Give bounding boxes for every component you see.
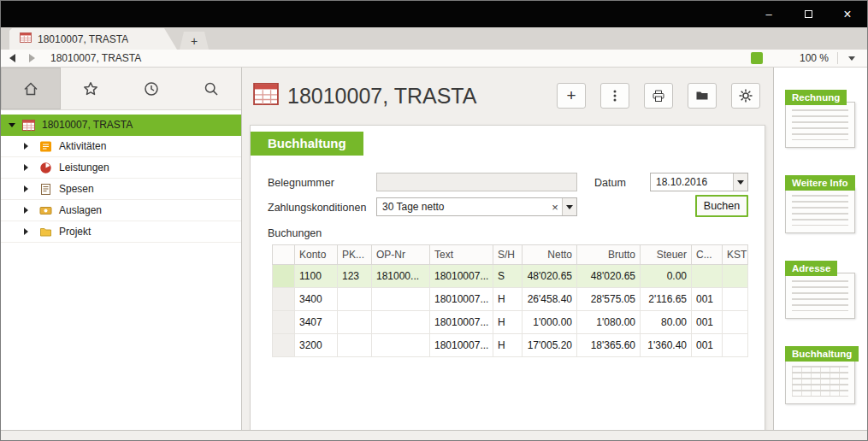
maximize-button[interactable] [788, 1, 828, 27]
table-cell[interactable]: 0.00 [641, 265, 692, 288]
clear-icon[interactable]: × [548, 201, 562, 214]
column-header-text[interactable]: Text [430, 245, 493, 265]
table-cell[interactable] [692, 265, 723, 288]
caret-right-icon[interactable] [24, 143, 28, 150]
zahlungskonditionen-select[interactable]: 30 Tage netto × [376, 197, 577, 216]
column-header-sh[interactable]: S/H [493, 245, 523, 265]
history-button[interactable] [121, 68, 181, 109]
column-header-netto[interactable]: Netto [523, 245, 577, 265]
table-cell[interactable] [372, 311, 430, 334]
chevron-down-icon[interactable] [848, 56, 855, 61]
table-cell[interactable]: 1100 [295, 265, 338, 288]
preview-item-rechnung[interactable]: Rechnung [785, 89, 864, 148]
back-icon[interactable] [9, 54, 15, 62]
table-cell[interactable] [338, 311, 372, 334]
search-button[interactable] [181, 68, 241, 109]
column-header-opnr[interactable]: OP-Nr [372, 245, 430, 265]
print-button[interactable] [644, 83, 673, 109]
table-cell[interactable] [723, 288, 748, 311]
column-header-pk[interactable]: PK... [338, 245, 372, 265]
table-cell[interactable] [723, 265, 748, 288]
table-cell[interactable]: 001 [692, 288, 723, 311]
table-row[interactable]: 3200 18010007... H 17'005.20 18'365.60 1… [273, 334, 748, 357]
table-row[interactable]: 3407 18010007... H 1'000.00 1'080.00 80.… [273, 311, 748, 334]
tree-item-aktivitaeten[interactable]: Aktivitäten [1, 136, 241, 157]
forward-icon[interactable] [29, 54, 35, 62]
table-cell[interactable]: 80.00 [641, 311, 692, 334]
column-header-kst[interactable]: KST [723, 245, 748, 265]
table-cell[interactable]: 3200 [295, 334, 338, 357]
table-cell[interactable] [723, 311, 748, 334]
row-selector-cell[interactable] [273, 334, 295, 357]
table-cell[interactable] [338, 288, 372, 311]
tree-root-item[interactable]: 18010007, TRASTA [1, 115, 241, 136]
preview-item-adresse[interactable]: Adresse [785, 260, 864, 319]
table-cell[interactable]: 17'005.20 [523, 334, 577, 357]
buchen-button[interactable]: Buchen [695, 195, 748, 217]
table-cell[interactable]: 1'360.40 [641, 334, 692, 357]
table-cell[interactable]: 001 [692, 334, 723, 357]
new-tab-button[interactable]: + [180, 32, 209, 50]
belegnummer-input[interactable] [376, 173, 577, 191]
table-cell[interactable] [338, 334, 372, 357]
tree-item-leistungen[interactable]: Leistungen [1, 157, 241, 179]
table-cell[interactable]: 001 [692, 311, 723, 334]
row-selector-cell[interactable] [273, 311, 295, 334]
table-cell[interactable]: 28'575.05 [577, 288, 641, 311]
tab-active[interactable]: 18010007, TRASTA [9, 28, 177, 50]
preview-item-weitere-info[interactable]: Weitere Info [785, 174, 864, 233]
favorites-button[interactable] [61, 68, 121, 109]
zoom-level[interactable]: 100 % [800, 52, 829, 64]
table-cell[interactable]: H [493, 311, 523, 334]
table-cell[interactable]: 48'020.65 [577, 265, 641, 288]
table-row[interactable]: 1100 123 181000... 18010007... S 48'020.… [273, 265, 748, 288]
table-cell[interactable]: 3400 [295, 288, 338, 311]
table-cell[interactable]: 18010007... [430, 311, 493, 334]
table-cell[interactable]: 2'116.65 [641, 288, 692, 311]
table-cell[interactable]: 1'080.00 [577, 311, 641, 334]
documents-button[interactable] [688, 83, 717, 109]
table-cell[interactable]: 3407 [295, 311, 338, 334]
column-header-brutto[interactable]: Brutto [577, 245, 641, 265]
table-cell[interactable]: 26'458.40 [523, 288, 577, 311]
chevron-down-icon[interactable] [733, 173, 747, 191]
table-cell[interactable] [372, 288, 430, 311]
column-header-c[interactable]: C... [692, 245, 723, 265]
caret-right-icon[interactable] [24, 185, 28, 192]
column-header-steuer[interactable]: Steuer [641, 245, 692, 265]
table-cell[interactable]: 1'000.00 [523, 311, 577, 334]
row-selector-cell[interactable] [273, 288, 295, 311]
row-selector-cell[interactable] [273, 265, 295, 288]
table-cell[interactable]: 18'365.60 [577, 334, 641, 357]
more-button[interactable] [600, 83, 629, 109]
table-cell[interactable] [723, 334, 748, 357]
table-cell[interactable]: 18010007... [430, 334, 493, 357]
column-header-konto[interactable]: Konto [295, 245, 338, 265]
table-row[interactable]: 3400 18010007... H 26'458.40 28'575.05 2… [273, 288, 748, 311]
table-cell[interactable]: 181000... [372, 265, 430, 288]
table-cell[interactable]: 18010007... [430, 288, 493, 311]
close-button[interactable]: × [828, 1, 867, 27]
table-cell[interactable] [372, 334, 430, 357]
settings-button[interactable] [731, 83, 760, 109]
caret-right-icon[interactable] [24, 164, 28, 171]
chevron-down-icon[interactable] [562, 198, 576, 215]
tree-item-projekt[interactable]: Projekt [1, 221, 241, 243]
table-cell[interactable]: 18010007... [430, 265, 493, 288]
datum-select[interactable]: 18.10.2016 [650, 173, 748, 191]
table-cell[interactable]: H [493, 334, 523, 357]
table-cell[interactable]: 48'020.65 [523, 265, 577, 288]
home-button[interactable] [1, 68, 61, 109]
tree-item-auslagen[interactable]: Auslagen [1, 200, 241, 221]
table-cell[interactable]: 123 [338, 265, 372, 288]
caret-right-icon[interactable] [24, 207, 28, 214]
table-cell[interactable]: S [493, 265, 523, 288]
minimize-button[interactable]: – [749, 1, 788, 27]
add-button[interactable]: + [557, 83, 586, 109]
preview-item-buchhaltung[interactable]: Buchhaltung [785, 345, 864, 404]
tree-item-spesen[interactable]: Spesen [1, 179, 241, 200]
caret-down-icon[interactable] [9, 123, 15, 127]
green-indicator-icon[interactable] [751, 52, 763, 64]
table-cell[interactable]: H [493, 288, 523, 311]
caret-right-icon[interactable] [24, 228, 28, 235]
